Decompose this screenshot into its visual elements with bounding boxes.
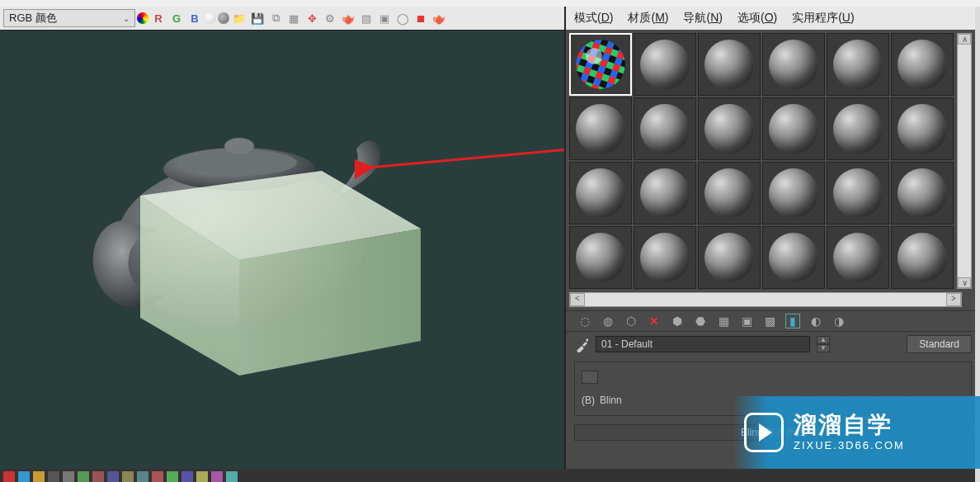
eyedropper-icon[interactable]	[574, 334, 589, 354]
material-slot[interactable]	[569, 226, 632, 289]
status-icon[interactable]	[78, 471, 89, 482]
options-icon[interactable]: ◐	[808, 314, 823, 328]
scroll-up-button[interactable]: ∧	[958, 34, 971, 45]
spinner-down-icon[interactable]: ▼	[817, 344, 830, 352]
menu-material[interactable]: 材质(M)	[628, 11, 668, 26]
viewport-3d[interactable]	[0, 30, 564, 469]
menu-navigate[interactable]: 导航(N)	[683, 11, 722, 26]
material-slot[interactable]	[634, 162, 696, 224]
background-icon[interactable]: ▣	[739, 314, 754, 328]
material-preview-sphere	[576, 104, 625, 154]
assign-icon[interactable]: ◍	[601, 314, 615, 328]
status-icon[interactable]	[3, 471, 15, 482]
channel-b-button[interactable]: B	[186, 10, 203, 26]
menu-options[interactable]: 选项(O)	[737, 11, 777, 26]
gear-icon[interactable]: ⚙	[322, 10, 338, 26]
palette-icon[interactable]	[137, 12, 148, 24]
status-icon[interactable]	[122, 471, 134, 482]
preview-grey-icon[interactable]	[218, 12, 229, 24]
svg-rect-13	[576, 40, 625, 89]
put-to-scene-icon[interactable]: ⬡	[624, 314, 638, 328]
material-slot[interactable]	[698, 226, 761, 289]
box2-icon[interactable]: ▣	[376, 10, 393, 26]
save-icon[interactable]: 💾	[249, 10, 266, 26]
material-slot[interactable]	[762, 226, 825, 289]
material-slot[interactable]	[569, 97, 632, 160]
material-slot[interactable]	[698, 33, 761, 96]
play-icon	[744, 413, 784, 452]
status-icon[interactable]	[167, 471, 178, 482]
color-mode-dropdown[interactable]: RGB 颜色 ⌄	[3, 9, 135, 27]
move-icon[interactable]: ✥	[304, 10, 320, 26]
spinner-up-icon[interactable]: ▲	[817, 336, 830, 344]
assign-to-selection-icon[interactable]: ◌	[577, 314, 592, 328]
material-slot[interactable]	[634, 33, 696, 96]
material-slot[interactable]	[762, 33, 825, 96]
show-map-icon[interactable]: ▦	[716, 314, 731, 328]
material-name-input[interactable]	[596, 336, 810, 352]
material-preview-sphere	[576, 233, 625, 282]
status-icon[interactable]	[63, 471, 74, 482]
material-slots-grid	[566, 30, 957, 292]
status-icon[interactable]	[137, 471, 148, 482]
material-slot[interactable]	[891, 162, 954, 224]
status-icon[interactable]	[152, 471, 163, 482]
menu-mode[interactable]: 模式(D)	[574, 11, 613, 26]
delete-icon[interactable]: ✕	[647, 314, 662, 328]
get-material-icon[interactable]: ⬢	[670, 314, 685, 328]
material-slot[interactable]	[827, 97, 889, 160]
stop-icon[interactable]: ⏹	[412, 10, 429, 26]
material-slot[interactable]	[891, 33, 954, 96]
material-slot[interactable]	[891, 97, 954, 160]
material-preview-sphere	[833, 40, 883, 89]
material-preview-sphere	[898, 104, 947, 154]
material-slot[interactable]	[891, 226, 954, 289]
more-icon[interactable]: ◑	[832, 314, 846, 328]
status-bar	[0, 469, 980, 482]
menu-utilities[interactable]: 实用程序(U)	[792, 11, 854, 26]
status-icon[interactable]	[48, 471, 59, 482]
material-preview-sphere	[640, 168, 690, 218]
preview-white-icon[interactable]	[205, 12, 216, 24]
material-slot[interactable]	[569, 162, 632, 224]
channel-r-button[interactable]: R	[150, 10, 167, 26]
scroll-right-button[interactable]: >	[946, 293, 961, 306]
material-slot[interactable]	[698, 162, 761, 224]
status-icon[interactable]	[92, 471, 104, 482]
checker-bg-icon[interactable]: ▩	[762, 314, 777, 328]
status-icon[interactable]	[33, 471, 45, 482]
teapot2-icon[interactable]: 🫖	[431, 10, 447, 26]
box1-icon[interactable]: ▧	[358, 10, 375, 26]
scroll-left-button[interactable]: <	[570, 293, 585, 306]
slots-horizontal-scrollbar[interactable]: < >	[569, 292, 962, 307]
material-slot[interactable]	[827, 33, 889, 96]
shader-btn-placeholder[interactable]	[582, 371, 598, 384]
status-icon[interactable]	[107, 471, 119, 482]
status-icon[interactable]	[181, 471, 193, 482]
copy-icon[interactable]: ⧉	[267, 10, 284, 26]
status-icon[interactable]	[196, 471, 208, 482]
material-preview-sphere	[769, 168, 818, 218]
material-slot[interactable]	[698, 97, 761, 160]
material-slot[interactable]	[762, 162, 825, 224]
show-end-result-icon[interactable]: ▮	[785, 314, 800, 328]
material-slot[interactable]	[634, 97, 696, 160]
material-slot[interactable]	[827, 162, 889, 224]
material-slot[interactable]	[634, 226, 696, 289]
get-2-icon[interactable]: ⬣	[693, 314, 708, 328]
render-icon[interactable]: ◯	[394, 10, 411, 26]
frame-icon[interactable]: ▦	[285, 10, 302, 26]
scroll-down-button[interactable]: ∨	[958, 277, 971, 288]
channel-g-button[interactable]: G	[168, 10, 185, 26]
open-icon[interactable]: 📁	[231, 10, 247, 26]
teapot-tool-icon[interactable]: 🫖	[340, 10, 356, 26]
material-type-button[interactable]: Standard	[907, 335, 972, 353]
material-slot[interactable]	[762, 97, 825, 160]
status-icon[interactable]	[226, 471, 238, 482]
material-name-spinner[interactable]: ▲ ▼	[817, 336, 830, 352]
material-slot-1[interactable]	[569, 33, 632, 96]
material-slot[interactable]	[827, 226, 889, 289]
status-icon[interactable]	[211, 471, 223, 482]
slots-vertical-scrollbar[interactable]: ∧ ∨	[957, 33, 972, 289]
status-icon[interactable]	[18, 471, 30, 482]
